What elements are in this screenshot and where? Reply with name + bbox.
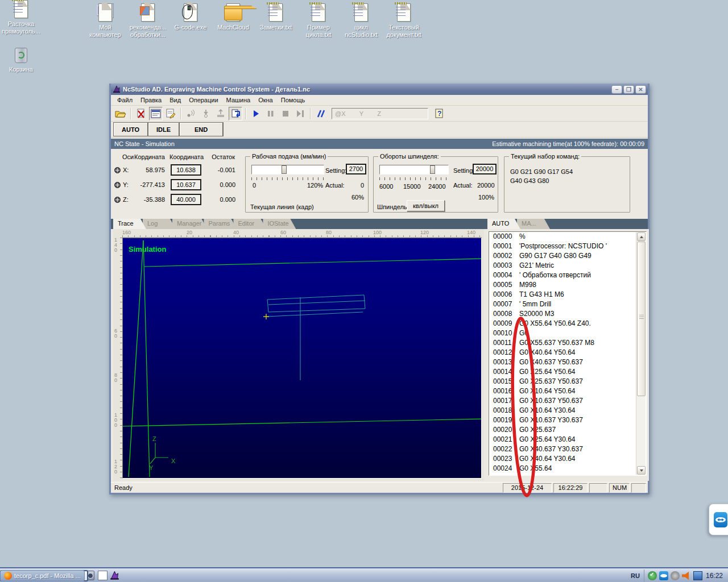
auto-mode-button[interactable]: AUTO — [113, 122, 148, 136]
spindle-slider[interactable] — [379, 165, 449, 174]
delete-program-icon[interactable] — [134, 107, 148, 120]
spindle-setting-value[interactable]: 20000 — [473, 164, 497, 174]
menu-item[interactable]: Машина — [222, 95, 255, 105]
teamviewer-icon[interactable] — [659, 571, 668, 580]
gcode-line[interactable]: 00021 G0 X25.64 Y30.64 — [489, 435, 646, 444]
menu-item[interactable]: Помощь — [277, 95, 309, 105]
step-icon[interactable] — [293, 107, 307, 120]
trace-tab[interactable]: IOState — [263, 219, 296, 229]
desktop-icon[interactable]: цикл ncStudio.txt — [340, 3, 382, 39]
gcode-line[interactable]: 00011 G0 X55.637 Y50.637 M8 — [489, 338, 646, 348]
gcode-line[interactable]: 00018 G0 X10.64 Y30.64 — [489, 406, 646, 415]
desktop-icon[interactable]: Текстовый документ.txt — [383, 3, 425, 39]
gcode-line[interactable]: 00022 G0 X40.637 Y30.637 — [489, 444, 646, 454]
gcode-line[interactable]: 00013 G0 X40.637 Y50.637 — [489, 357, 646, 367]
title-bar[interactable]: NcStudio AD. Engraving Machine Control S… — [111, 84, 648, 95]
pause-icon[interactable] — [264, 107, 278, 120]
gcode-line-number: 00012 — [493, 348, 519, 357]
gcode-line[interactable]: 00007 ' 5mm Drill — [489, 300, 646, 309]
desktop-icon[interactable]: рекоменда... обработки... — [127, 3, 169, 39]
trace-tab[interactable]: Editor — [233, 219, 266, 229]
desktop-icon[interactable]: MachCloud — [212, 3, 254, 31]
gcode-line[interactable]: 00015 G0 X25.637 Y50.637 — [489, 377, 646, 386]
menu-item[interactable]: Операции — [185, 95, 222, 105]
gcode-line[interactable]: 00024 G0 X55.64 — [489, 464, 646, 473]
language-indicator[interactable]: RU — [628, 571, 643, 581]
close-button[interactable]: ✕ — [635, 85, 646, 94]
gcode-line[interactable]: 00004 ' Обработка отверстий — [489, 271, 646, 280]
network-monitor-icon[interactable] — [693, 571, 702, 580]
minimize-button[interactable]: – — [611, 85, 622, 94]
gcode-line[interactable]: 00000 % — [489, 232, 646, 242]
gcode-line[interactable]: 00017 G0 X10.637 Y50.637 — [489, 396, 646, 406]
gcode-line[interactable]: 00020 G0 X25.637 — [489, 425, 646, 435]
gcode-line[interactable]: 00014 G0 X25.64 Y50.64 — [489, 367, 646, 377]
gcode-line[interactable]: 00010 G0 — [489, 329, 646, 338]
desktop-icon[interactable]: Расточка прямоуголь... — [0, 0, 42, 35]
gcode-list[interactable]: 00000 % 00001 'Postprocessor: NCSTUDIO '… — [489, 231, 647, 476]
menu-item[interactable]: Окна — [254, 95, 277, 105]
program-tab[interactable]: MA... — [517, 219, 550, 229]
menu-item[interactable]: Вид — [166, 95, 185, 105]
taskbar-button-tecorp-pdf[interactable]: tecorp_c.pdf - Mozilla ... — [0, 570, 85, 581]
gcode-line[interactable]: 00001 'Postprocessor: NCSTUDIO ' — [489, 242, 646, 251]
speaker-icon[interactable] — [671, 571, 680, 580]
download-icon[interactable] — [199, 107, 213, 120]
end-state-button[interactable]: END — [180, 122, 224, 136]
teamviewer-edge-popup[interactable] — [709, 504, 728, 535]
spindle-onoff-button[interactable]: квл/выкл — [407, 200, 445, 211]
trace-tab[interactable]: Params — [204, 219, 237, 229]
gcode-line[interactable]: 00023 G0 X40.64 Y30.64 — [489, 454, 646, 464]
gcode-line[interactable]: 00006 T1 G43 H1 M6 — [489, 290, 646, 300]
start-icon[interactable] — [249, 107, 263, 120]
feedrate-slider[interactable] — [251, 165, 324, 174]
recycle-bin[interactable]: Корзина — [0, 45, 42, 73]
trace-tab[interactable]: Manager — [172, 219, 207, 229]
gcode-line-text: ' 5mm Drill — [519, 300, 551, 309]
gcode-scrollbar[interactable] — [636, 232, 646, 475]
upload-machine-icon[interactable] — [214, 107, 228, 120]
gcode-line[interactable]: 00002 G90 G17 G40 G80 G49 — [489, 251, 646, 261]
axis-zero-button[interactable] — [114, 197, 121, 203]
gcode-line[interactable]: 00005 M998 — [489, 280, 646, 290]
gcode-line[interactable]: 00012 G0 X40.64 Y50.64 — [489, 348, 646, 357]
update-icon[interactable] — [648, 571, 657, 580]
spindle-slider-thumb[interactable] — [430, 165, 435, 174]
goto-line-icon[interactable] — [229, 107, 242, 120]
trace-tab[interactable]: Log — [143, 219, 176, 229]
desktop-icon[interactable]: Мой компьютер — [84, 3, 126, 39]
gcode-line[interactable]: 00016 G0 X10.64 Y50.64 — [489, 386, 646, 396]
help-icon[interactable]: ? — [432, 107, 446, 120]
feedrate-slider-thumb[interactable] — [282, 165, 287, 174]
view-program-icon[interactable] — [149, 107, 163, 120]
gcode-line[interactable]: 00009 G0 X55.64 Y50.64 Z40. — [489, 319, 646, 329]
volume-icon[interactable] — [682, 571, 691, 580]
simulation-canvas[interactable]: Simulation Z Y X — [122, 238, 482, 479]
antenna-icon[interactable] — [184, 107, 198, 120]
program-tab[interactable]: AUTO — [487, 219, 520, 229]
menu-item[interactable]: Файл — [113, 95, 136, 105]
stop-icon[interactable] — [279, 107, 292, 120]
menu-item[interactable]: Правка — [136, 95, 166, 105]
scroll-up-icon[interactable] — [637, 232, 646, 241]
gcode-line[interactable]: 00003 G21' Metric — [489, 261, 646, 271]
feedrate-setting-value[interactable]: 2700 — [346, 164, 366, 174]
ncstudio-quicklaunch-icon[interactable] — [110, 571, 119, 580]
open-file-icon[interactable] — [114, 107, 127, 120]
coordinate-input[interactable]: @X Y Z — [332, 108, 428, 119]
show-desktop-icon[interactable] — [98, 571, 107, 580]
trace-tab[interactable]: Trace — [113, 219, 146, 229]
idle-state-button[interactable]: IDLE — [148, 122, 180, 136]
maximize-button[interactable]: ❐ — [623, 85, 634, 94]
scroll-down-icon[interactable] — [637, 466, 646, 475]
simulation-mode-icon[interactable] — [314, 107, 328, 120]
edit-program-icon[interactable] — [164, 107, 177, 120]
gcode-line[interactable]: 00008 S20000 M3 — [489, 309, 646, 319]
axis-zero-button[interactable] — [114, 167, 121, 173]
gcode-line[interactable]: 00019 G0 X10.637 Y30.637 — [489, 415, 646, 425]
axis-zero-button[interactable] — [114, 182, 121, 188]
desktop-icon[interactable]: Заметки.txt — [255, 3, 297, 31]
desktop-icon[interactable]: G-code.exe — [169, 3, 212, 31]
desktop-icon[interactable]: Пример цикла.txt — [297, 3, 340, 39]
scrollbar-thumb[interactable] — [637, 242, 646, 396]
